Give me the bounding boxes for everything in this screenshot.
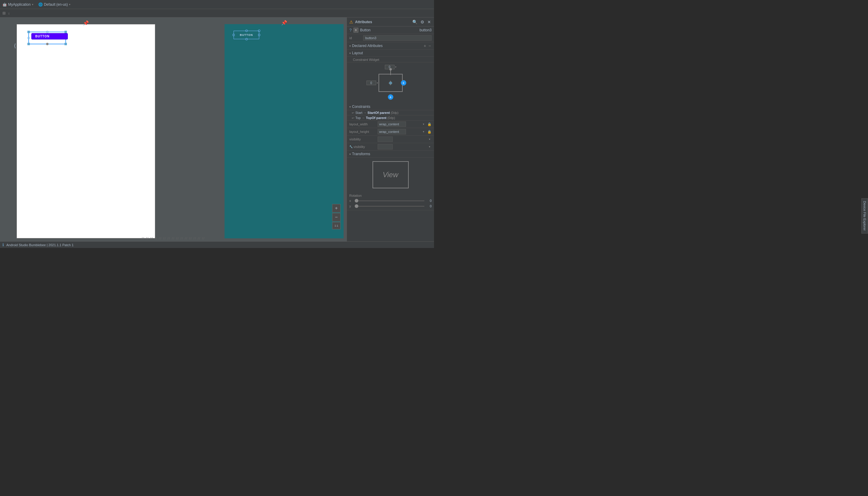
rotation-y-slider[interactable] [355,206,424,207]
help-icon: ? [349,28,352,33]
declared-attributes-header[interactable]: ▾ Declared Attributes + − [347,42,434,50]
visibility-select-wrapper: visible invisible gone [378,137,432,142]
right-panel: ⚠ Attributes 🔍 ⚙ ✕ ? B Button button3 id [346,17,434,242]
zoom-ratio[interactable]: 1:1 [332,222,341,229]
left-margin-input[interactable] [367,81,376,85]
device-handle-corner-tr [258,30,260,32]
layout-height-select[interactable]: wrap_content match_parent match_constrai… [378,129,406,135]
layout-height-label: layout_height [349,130,376,134]
layout-header[interactable]: ▾ Layout [347,50,434,57]
device-handle-top [245,30,248,32]
declared-attributes-left: ▾ Declared Attributes [349,44,383,48]
canvas-diagonal: // // // // // // // // // // // // // /… [0,235,346,242]
panel-header: ⚠ Attributes 🔍 ⚙ ✕ [347,17,434,27]
layout-label: ↕ [8,12,10,15]
device-handle-left [232,34,235,36]
layout-width-label: layout_width [349,122,376,126]
constraint-widget-label: Constraint Widget [347,57,434,62]
blueprint-button-widget[interactable]: BUTTON [31,33,68,40]
constraints-toggle: ▾ [349,105,351,108]
add-attribute-button[interactable]: + [423,43,427,48]
config-selector[interactable]: 🌐 Default (en-us) ▾ [38,2,71,6]
blueprint-button-label: BUTTON [35,35,49,38]
transforms-header-left: ▾ Transforms [349,152,370,156]
declared-attributes-toggle: ▾ [349,44,351,48]
second-bar: ⊞ ↕ [0,9,434,17]
id-label: id [349,36,361,40]
layout-height-select-wrapper: wrap_content match_parent match_constrai… [378,129,425,135]
device-button-label: BUTTON [240,33,253,36]
rotation-x-slider[interactable] [355,200,424,201]
constraint-top: ↩ Top → TopOf parent (0dp) [347,115,434,121]
blueprint-pin-icon: 📌 [83,20,89,26]
rotation-y-value: 0 [425,204,432,208]
canvas-area[interactable]: 📌 BUTTON ⟨ 📌 [0,17,346,242]
search-button[interactable]: 🔍 [412,19,418,25]
zoom-controls: + − 1:1 [332,204,341,229]
constraint-widget-container: ▾ ▾ « » [347,62,434,103]
view-transform-label: View [383,171,399,179]
layout-width-lock-icon[interactable]: 🔒 [428,122,432,126]
arrow-up: ∧ [389,80,391,83]
visibility2-select-wrapper: visible invisible gone [378,144,432,150]
declared-attributes-label: Declared Attributes [352,44,383,48]
main-layout: 📌 BUTTON ⟨ 📌 [0,17,434,242]
zoom-in-button[interactable]: + [332,204,341,213]
visibility2-row: 🔧 visibility visible invisible gone [347,143,434,151]
transforms-toggle: ▾ [349,153,351,156]
left-margin-input-area: ▾ [367,81,378,85]
close-panel-button[interactable]: ✕ [427,19,432,25]
layout-height-lock-icon[interactable]: 🔒 [428,130,432,134]
handle-corner-br [64,43,67,45]
visibility2-select[interactable]: visible invisible gone [378,144,393,150]
device-handle-right [258,34,260,36]
top-margin-dropdown[interactable]: ▾ [395,66,396,68]
handle-left-center [28,37,30,39]
rotation-x-row: x 0 [347,198,434,203]
handle-corner-tr [64,31,67,33]
add-bottom-constraint-button[interactable]: + [388,94,393,100]
view-transform-box: View [373,161,409,188]
config-icon: 🌐 [38,2,43,6]
visibility-label: visibility [349,137,376,141]
device-handle-bottom [245,38,248,41]
layout-label: Layout [352,51,363,55]
device-preview: 📌 BUTTON [224,24,344,238]
constraints-label: Constraints [352,105,370,109]
id-input[interactable] [363,35,432,41]
constraints-header-left: ▾ Constraints [349,105,370,109]
layout-toggle: ▾ [349,51,351,55]
widget-type-name: Button [360,28,371,32]
remove-attribute-button[interactable]: − [428,43,432,48]
declared-attributes-actions: + − [423,43,432,48]
zoom-out-button[interactable]: − [332,213,341,221]
add-right-constraint-button[interactable]: + [401,80,406,86]
left-margin-dropdown[interactable]: ▾ [377,82,378,84]
rotation-x-label: x [349,199,354,202]
layout-header-left: ▾ Layout [349,51,363,55]
status-info-icon: ℹ [2,243,4,247]
layout-width-select[interactable]: wrap_content match_parent match_constrai… [378,121,406,127]
arrow-down: ∨ [389,83,391,86]
settings-button[interactable]: ⚙ [420,19,425,25]
cw-box: « » ∧ ∨ + + [378,74,403,92]
handle-corner-bl [28,43,30,45]
transforms-header[interactable]: ▾ Transforms [347,151,434,158]
rotation-x-value: 0 [425,199,432,202]
rotation-label: Rotation [347,193,434,198]
constraint-start: ↩ Start → StartOf parent (0dp) [347,110,434,115]
visibility-row: visibility visible invisible gone [347,136,434,143]
transforms-label: Transforms [352,152,370,156]
app-name: MyApplication [8,2,31,6]
handle-bottom-center [46,43,48,45]
rotation-y-label: y [349,204,354,208]
widget-type-icon: B [354,28,358,33]
rotation-section: Rotation x 0 y 0 [347,192,434,210]
app-selector[interactable]: 🤖 MyApplication ▾ [2,2,33,6]
visibility-select[interactable]: visible invisible gone [378,137,393,142]
constraints-header[interactable]: ▾ Constraints [347,103,434,110]
panel-title: Attributes [355,20,372,24]
cursor-indicator: ⟨ [14,43,16,49]
widget-row: ? B Button button3 [347,27,434,34]
warning-icon: ⚠ [349,19,353,25]
